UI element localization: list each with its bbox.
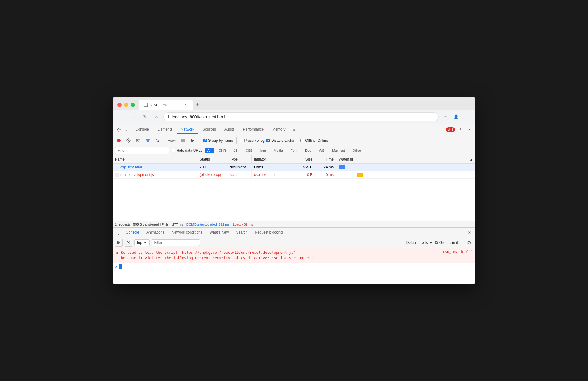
preserve-log-checkbox[interactable]: [240, 139, 243, 142]
close-button[interactable]: [117, 103, 122, 107]
devtools-tab-elements[interactable]: Elements: [154, 125, 176, 134]
more-devtools-tabs[interactable]: »: [290, 126, 298, 133]
filter-other[interactable]: Other: [350, 148, 364, 153]
camera-button[interactable]: [134, 137, 142, 144]
domcontentloaded-link[interactable]: DOMContentLoaded: 292 ms: [186, 223, 230, 226]
console-tab-more[interactable]: ⋮: [115, 229, 122, 236]
devtools-tab-audits[interactable]: Audits: [221, 125, 238, 134]
group-by-frame-label: Group by frame: [208, 138, 233, 143]
devtools-more-button[interactable]: ⋮: [457, 126, 464, 133]
filter-all[interactable]: All: [205, 148, 214, 153]
filter-input[interactable]: [115, 147, 169, 154]
view-waterfall-button[interactable]: [189, 137, 197, 144]
levels-arrow: ▼: [429, 240, 433, 245]
filter-font[interactable]: Font: [288, 148, 300, 153]
console-error-text: Refused to load the script 'https://unpk…: [121, 250, 440, 261]
filter-xhr[interactable]: XHR: [216, 148, 229, 153]
offline-checkbox[interactable]: [300, 139, 304, 142]
new-tab-button[interactable]: +: [193, 100, 201, 109]
log-levels-selector[interactable]: Default levels ▼: [406, 240, 433, 245]
svg-rect-13: [191, 140, 194, 141]
tab-close-button[interactable]: ×: [183, 102, 188, 108]
svg-line-4: [127, 139, 130, 142]
search-network-button[interactable]: [154, 137, 162, 144]
menu-button[interactable]: ⋮: [462, 112, 471, 121]
reload-button[interactable]: ↻: [140, 112, 149, 121]
hide-data-urls-toggle[interactable]: Hide data URLs: [172, 148, 202, 153]
error-script-url[interactable]: https://unpkg.com/react@16/umd/react.dev…: [182, 250, 293, 255]
view-list-button[interactable]: [179, 137, 187, 144]
table-row[interactable]: csp_test.html 200 document Other 555 B 2…: [113, 164, 475, 171]
filter-manifest[interactable]: Manifest: [329, 148, 348, 153]
home-button[interactable]: ⌂: [152, 112, 161, 121]
device-toolbar-icon[interactable]: [123, 126, 131, 133]
toolbar-separator-1: [165, 137, 165, 144]
console-error-icon: ⊗: [116, 250, 118, 255]
devtools-tab-sources[interactable]: Sources: [199, 125, 220, 134]
filter-js[interactable]: JS: [231, 148, 240, 153]
browser-tab[interactable]: CSP Test ×: [139, 100, 193, 110]
group-by-frame-toggle[interactable]: Group by frame: [203, 138, 233, 143]
devtools-tab-memory[interactable]: Memory: [269, 125, 289, 134]
devtools-tab-network[interactable]: Network: [177, 125, 198, 134]
devtools-close-button[interactable]: ×: [466, 126, 473, 133]
clear-button[interactable]: [125, 137, 132, 144]
console-tab-search[interactable]: Search: [232, 228, 251, 237]
back-button[interactable]: ←: [117, 112, 126, 121]
row-2-size: 0 B: [294, 171, 315, 178]
execute-context-icon[interactable]: [115, 239, 123, 247]
inspect-element-icon[interactable]: [115, 126, 122, 133]
error-source-link[interactable]: csp_test.html:1: [443, 250, 473, 254]
initiator-link[interactable]: csp_test.html: [254, 173, 276, 177]
error-refused-text: Refused to load the script ': [121, 250, 182, 255]
file-icon: [115, 165, 119, 169]
console-tab-request-blocking[interactable]: Request blocking: [251, 228, 286, 237]
filter-css[interactable]: CSS: [243, 148, 255, 153]
console-close-button[interactable]: ×: [466, 229, 473, 236]
bookmark-button[interactable]: ☆: [441, 112, 450, 121]
filter-img[interactable]: Img: [258, 148, 269, 153]
title-bar: CSP Test × +: [113, 97, 475, 110]
group-similar-toggle[interactable]: Group similar: [435, 240, 461, 245]
table-row[interactable]: react.development.js (blocked:csp) scrip…: [113, 171, 475, 179]
minimize-button[interactable]: [124, 103, 128, 107]
console-tab-console[interactable]: Console: [122, 228, 143, 237]
offline-toggle[interactable]: Offline: [300, 138, 315, 143]
forward-button[interactable]: →: [129, 112, 138, 121]
levels-label: Default levels: [406, 240, 428, 245]
group-by-frame-checkbox[interactable]: [203, 139, 207, 142]
filter-doc[interactable]: Doc: [302, 148, 314, 153]
context-selector[interactable]: top ▼: [134, 239, 150, 246]
clear-console-button[interactable]: [125, 239, 132, 247]
row-2-time: 0 ms: [315, 171, 336, 178]
record-button[interactable]: [115, 137, 123, 144]
maximize-button[interactable]: [131, 103, 135, 107]
table-header: Name Status Type Initiator Size Time Wat…: [113, 155, 475, 164]
console-tab-whats-new[interactable]: What's New: [206, 228, 233, 237]
console-filter-input[interactable]: [152, 239, 200, 246]
filter-ws[interactable]: WS: [316, 148, 327, 153]
disable-cache-checkbox[interactable]: [266, 139, 270, 142]
profile-button[interactable]: 👤: [451, 112, 460, 121]
filter-button[interactable]: [144, 137, 152, 144]
devtools-tab-console[interactable]: Console: [132, 125, 152, 134]
col-header-size: Size: [294, 155, 315, 163]
filter-media[interactable]: Media: [271, 148, 286, 153]
group-similar-checkbox[interactable]: [435, 241, 438, 244]
row-1-initiator: Other: [252, 164, 294, 171]
nav-actions: ☆ 👤 ⋮: [441, 112, 471, 121]
waterfall-bar-2: [357, 173, 363, 177]
summary-separator: |: [231, 223, 232, 226]
hide-data-urls-checkbox[interactable]: [172, 149, 175, 152]
error-badge[interactable]: ⊗ 1: [446, 127, 455, 132]
group-similar-label: Group similar: [439, 240, 461, 245]
devtools-tab-performance[interactable]: Performance: [239, 125, 267, 134]
row-2-name: react.development.js: [113, 171, 197, 178]
preserve-log-toggle[interactable]: Preserve log: [240, 138, 265, 143]
console-settings-button[interactable]: ⚙: [465, 239, 473, 247]
disable-cache-toggle[interactable]: Disable cache: [266, 138, 294, 143]
console-tab-network-conditions[interactable]: Network conditions: [168, 228, 206, 237]
console-tab-animations[interactable]: Animations: [143, 228, 168, 237]
address-bar[interactable]: ℹ localhost:8000/csp_test.html: [163, 112, 439, 121]
window-controls: [117, 103, 135, 107]
